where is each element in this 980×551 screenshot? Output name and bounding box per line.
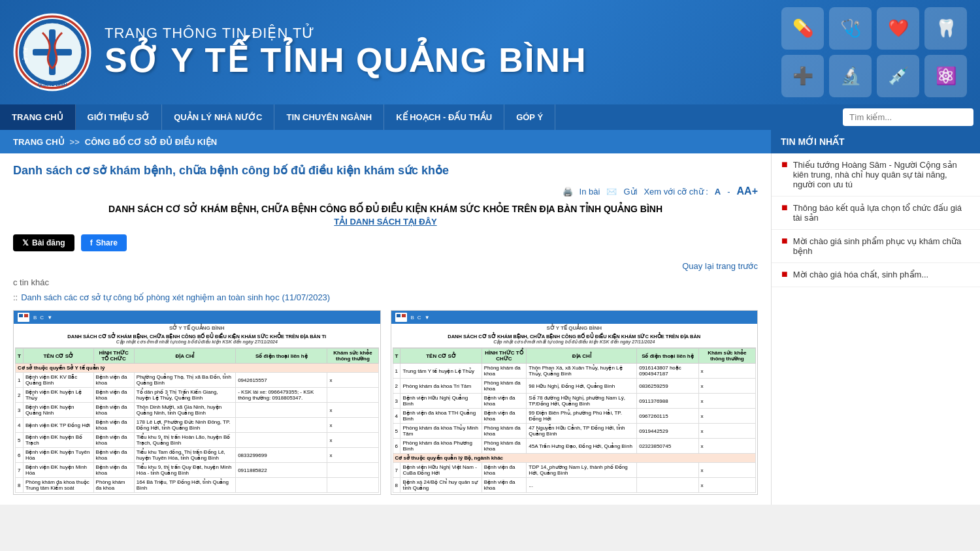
breadcrumb-home[interactable]: TRANG CHỦ [13, 137, 65, 147]
sp2-r3-ksk: x [698, 409, 755, 424]
email-icon[interactable]: ✉️ [606, 187, 617, 197]
facebook-button[interactable]: f Share [81, 234, 127, 251]
print-label[interactable]: In bài [580, 187, 600, 197]
news-item-1[interactable]: ■ Thông báo kết quả lựa chọn tổ chức đấu… [772, 197, 980, 230]
back-link[interactable]: Quay lại trang trước [13, 261, 758, 271]
sp1-r4-name: Bệnh viện ĐK huyện Bố Trạch [23, 433, 93, 448]
sp1-col-addr: ĐỊA CHỈ [134, 349, 235, 364]
sp1-r0-addr: Phường Quảng Thọ, Thị xã Ba Đồn, tỉnh Qu… [134, 373, 235, 388]
sp2-r3-type: Bệnh viện đa khoa [482, 409, 527, 424]
sp2-row-2: 3 Bệnh viện Hữu Nghị Quảng Bình Bệnh việ… [393, 394, 756, 409]
download-link[interactable]: TẢI DANH SÁCH TẠI ĐÂY [13, 217, 758, 227]
sp1-r1-addr: Tổ dân phố 3 Thị Trấn Kiến Giang, huyện … [134, 388, 235, 403]
sp1-r7-addr: 164 Bà Triệu, TP Đồng Hới, tỉnh Quảng Bì… [134, 478, 235, 493]
spreadsheet-1-org: B [33, 315, 37, 321]
sp1-r7-t: 8 [16, 478, 24, 493]
sp1-r6-ksk [327, 463, 378, 478]
sp2-title-text: DANH SÁCH CƠ SỞ KHÁM BỆNH, CHỮA BỆNH CÔN… [395, 334, 754, 339]
sp1-row-3: 4 Bệnh viện ĐK TP Đồng Hới Bệnh viện đa … [16, 418, 379, 433]
news-item-0[interactable]: ■ Thiếu tướng Hoàng Sâm - Người Cộng sản… [772, 153, 980, 197]
sp1-r4-type: Bệnh viện đa khoa [93, 433, 134, 448]
sp2-title: DANH SÁCH CƠ SỞ KHÁM BỆNH, CHỮA BỆNH CÔN… [393, 331, 757, 348]
news-item-3[interactable]: ■ Mời chào giá hóa chất, sinh phẩm... [772, 263, 980, 287]
sp1-r7-type: Phòng khám đa khoa [93, 478, 134, 493]
sp1-r5-t: 6 [16, 448, 24, 463]
page-heading: Danh sách cơ sở khám bệnh, chữa bệnh côn… [13, 163, 758, 178]
sp1-subtitle: Cập nhật cơ sở mới nhất tự công bố đủ đi… [18, 339, 376, 345]
sp1-r0-type: Bệnh viện đa khoa [93, 373, 134, 388]
sp2-r4-ksk: x [698, 424, 755, 439]
sp1-row-7: 8 Phòng khám đa khoa thuộc Trung tâm Kiể… [16, 478, 379, 493]
sp1-r1-phone: - KSK lái xe: 0966479355; - KSK thông th… [236, 388, 327, 403]
sp2-r4-name: Phòng khám đa khoa Thủy Minh Tâm [400, 424, 482, 439]
sp1-r1-t: 2 [16, 388, 24, 403]
site-logo: QUẢNG BÌNH SỞ Y TẾ [13, 13, 91, 91]
sp2-r7-ksk: x [698, 478, 755, 493]
sp2-r1-type: Phòng khám đa khoa [482, 379, 527, 394]
sp2-r6-addr: TDP 14, phường Nam Lý, thành phố Đồng Hớ… [527, 463, 637, 478]
sp2-r2-ksk: x [698, 394, 755, 409]
news-item-text-1: Thông báo kết quả lựa chọn tổ chức đấu g… [793, 203, 970, 223]
svg-rect-8 [19, 314, 23, 317]
sp2-r2-name: Bệnh viện Hữu Nghị Quảng Bình [400, 394, 482, 409]
sp2-r4-type: Phòng khám đa khoa [482, 424, 527, 439]
sp1-r6-type: Bệnh viện đa khoa [93, 463, 134, 478]
sp2-col-name: TÊN CƠ SỞ [400, 349, 482, 364]
twitter-button[interactable]: 𝕏 Bài đăng [13, 234, 74, 251]
sp1-row-6: 7 Bệnh viện ĐK huyện Minh Hóa Bệnh viện … [16, 463, 379, 478]
sp2-r1-name: Phòng khám đa khoa Tri Tâm [400, 379, 482, 394]
nav-item-news[interactable]: TIN CHUYÊN NGÀNH [274, 104, 384, 130]
related-item-label-0: Danh sách các cơ sở tự công bố phòng xét… [21, 292, 330, 302]
spreadsheet-2-header-bar: B C ▼ [391, 311, 758, 324]
sp1-r0-name: Bệnh viện ĐK KV Bắc Quảng Bình [23, 373, 93, 388]
sp1-r1-type: Bệnh viện đa khoa [93, 388, 134, 403]
sp2-col-c: C [417, 315, 421, 321]
sp2-r7-type: Bệnh viện đa khoa [482, 478, 527, 493]
search-input[interactable] [843, 108, 973, 126]
sp2-r1-addr: 98 Hữu Nghị, Đồng Hới, Quảng Bình [527, 379, 637, 394]
sp1-r5-ksk: x [327, 448, 378, 463]
sp2-r5-addr: 45A Trần Hưng Đạo, Đồng Hới, Quảng Bình [527, 439, 637, 454]
nav-item-about[interactable]: GIỚI THIỆU SỞ [76, 104, 163, 130]
sp1-r6-addr: Tiểu khu 9, thị trấn Quy Đạt, huyện Minh… [134, 463, 235, 478]
related-item-0[interactable]: Danh sách các cơ sở tự công bố phòng xét… [13, 292, 758, 302]
sp1-r2-name: Bệnh viện ĐK huyện Quảng Ninh [23, 403, 93, 418]
sp2-r0-type: Phòng khám đa khoa [482, 364, 527, 379]
nav-item-feedback[interactable]: GÓP Ý [504, 104, 555, 130]
site-header: QUẢNG BÌNH SỞ Y TẾ TRANG THÔNG TIN ĐIỆN … [0, 0, 980, 104]
sp1-r5-name: Bệnh viện ĐK huyện Tuyên Hóa [23, 448, 93, 463]
sp2-col-ksk: Khám sức khỏe thông thường [698, 349, 755, 364]
sp1-r4-t: 5 [16, 433, 24, 448]
sp2-r5-phone: 02323850745 [637, 439, 698, 454]
news-item-text-3: Mời chào giá hóa chất, sinh phẩm... [793, 270, 929, 279]
sp2-row-5: 6 Phòng khám đa khoa Phương Bình Phòng k… [393, 439, 756, 454]
breadcrumb-sep: >> [70, 137, 80, 147]
sp1-r4-ksk: x [327, 433, 378, 448]
sp1-section-label: Cơ sở thuộc quyền Sở Y tế quản lý [16, 364, 379, 373]
nav-item-home[interactable]: TRANG CHỦ [0, 104, 76, 130]
font-a[interactable]: A [715, 187, 721, 197]
sp1-r3-phone [236, 418, 327, 433]
sp2-col-phone: Số điện thoại liên hệ [637, 349, 698, 364]
sp1-r3-addr: 178 Lê Lợi, Phường Đức Ninh Đông, TP. Đồ… [134, 418, 235, 433]
sp1-r7-ksk [327, 478, 378, 493]
sp1-r1-name: Bệnh viện ĐK huyện Lệ Thủy [23, 388, 93, 403]
spreadsheet-2: B C ▼ SỞ Y TẾ QUẢNG BÌNH DANH SÁCH CƠ SỞ… [391, 310, 759, 495]
news-item-text-2: Mời chào giá sinh phẩm phục vụ khám chữa… [793, 236, 970, 256]
sp2-r6-name: Bệnh viện Hữu Nghị Việt Nam - CuBa Đồng … [400, 463, 482, 478]
sp1-r2-ksk: x [327, 403, 378, 418]
print-icon[interactable]: 🖨️ [563, 187, 573, 197]
font-aa[interactable]: AA+ [737, 185, 758, 197]
main-content: Danh sách cơ sở khám bệnh, chữa bệnh côn… [0, 153, 771, 505]
sp1-r6-t: 7 [16, 463, 24, 478]
sp1-r5-phone: 0833299699 [236, 448, 327, 463]
send-label[interactable]: Gửi [623, 187, 637, 197]
nav-item-management[interactable]: QUẢN LÝ NHÀ NƯỚC [162, 104, 274, 130]
right-sidebar: ■ Thiếu tướng Hoàng Sâm - Người Cộng sản… [771, 153, 980, 505]
sp2-col-type: HÌNH THỨC TỔ CHỨC [482, 349, 527, 364]
sp2-r6-type: Bệnh viện đa khoa [482, 463, 527, 478]
sp2-org-label: SỞ Y TẾ QUẢNG BÌNH [393, 325, 757, 331]
spreadsheet-1-col-c: C [40, 315, 44, 321]
news-item-2[interactable]: ■ Mời chào giá sinh phẩm phục vụ khám ch… [772, 230, 980, 263]
nav-item-planning[interactable]: KẾ HOẠCH - ĐẤU THẦU [384, 104, 504, 130]
